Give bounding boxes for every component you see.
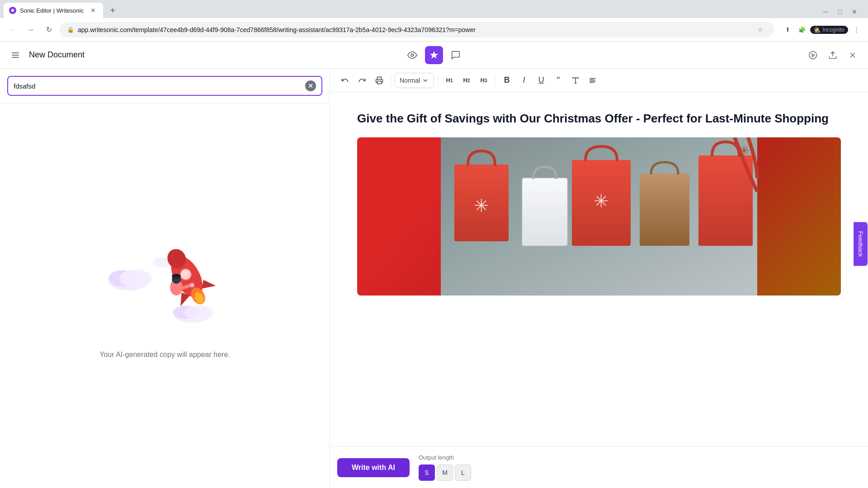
search-input[interactable] bbox=[14, 82, 302, 90]
underline-button[interactable]: U bbox=[533, 73, 549, 88]
toolbar-separator-3 bbox=[495, 75, 495, 86]
header-center-actions bbox=[403, 46, 465, 64]
url-text: app.writesonic.com/template/47cee4b9-d69… bbox=[78, 26, 750, 33]
size-large-button[interactable]: L bbox=[455, 465, 471, 481]
chat-button[interactable] bbox=[447, 46, 465, 64]
app-header: New Document bbox=[0, 42, 868, 69]
svg-point-4 bbox=[809, 51, 817, 59]
tab-close-button[interactable]: ✕ bbox=[89, 6, 98, 15]
tab-title: Sonic Editor | Writesonic bbox=[20, 7, 85, 14]
maximize-button[interactable]: □ bbox=[834, 5, 846, 18]
tab-bar: Sonic Editor | Writesonic ✕ + ─ □ ✕ bbox=[0, 0, 868, 18]
search-container: ✕ bbox=[0, 69, 330, 103]
shopping-image-svg: ✳ ✳ bbox=[357, 137, 841, 296]
right-panel: Normal H1 H2 H3 B I U " bbox=[330, 69, 868, 488]
output-length-section: Output length S M L bbox=[419, 454, 471, 481]
document-image: ✳ ✳ bbox=[357, 137, 841, 296]
write-with-ai-button[interactable]: Write with AI bbox=[337, 458, 410, 477]
bookmark-icon[interactable]: ☆ bbox=[754, 23, 767, 36]
output-length-label: Output length bbox=[419, 454, 471, 461]
share-icon[interactable]: ⬆ bbox=[781, 23, 794, 36]
forward-button[interactable]: → bbox=[24, 23, 38, 37]
svg-rect-39 bbox=[698, 155, 753, 246]
svg-marker-5 bbox=[812, 53, 814, 56]
h2-button[interactable]: H2 bbox=[459, 73, 474, 88]
svg-rect-2 bbox=[12, 57, 19, 58]
minimize-button[interactable]: ─ bbox=[819, 5, 832, 18]
rocket-illustration bbox=[93, 233, 237, 342]
svg-text:✳: ✳ bbox=[594, 191, 609, 211]
search-input-wrapper: ✕ bbox=[7, 76, 322, 96]
format-dropdown[interactable]: Normal bbox=[395, 73, 434, 88]
svg-point-23 bbox=[172, 274, 181, 278]
editor-bottom-bar: Write with AI Output length S M L bbox=[330, 446, 868, 488]
incognito-badge: 🕵 Incognito bbox=[810, 26, 848, 34]
svg-point-11 bbox=[120, 269, 151, 287]
print-button[interactable] bbox=[372, 73, 387, 88]
svg-point-3 bbox=[411, 54, 414, 56]
feedback-tab[interactable]: Feedback bbox=[854, 222, 868, 266]
size-medium-button[interactable]: M bbox=[437, 465, 453, 481]
menu-button[interactable]: ⋮ bbox=[850, 23, 863, 36]
text-format-button[interactable] bbox=[568, 73, 583, 88]
play-button[interactable] bbox=[805, 47, 821, 63]
preview-button[interactable] bbox=[403, 46, 421, 64]
main-content: ✕ bbox=[0, 69, 868, 488]
bold-button[interactable]: B bbox=[499, 73, 514, 88]
svg-point-24 bbox=[190, 283, 194, 287]
h3-button[interactable]: H3 bbox=[476, 73, 491, 88]
close-button[interactable] bbox=[844, 47, 861, 63]
empty-state: Your AI-generated copy will appear here. bbox=[0, 103, 330, 488]
quote-button[interactable]: " bbox=[551, 73, 566, 88]
editor-content[interactable]: Give the Gift of Savings with Our Christ… bbox=[330, 92, 868, 446]
back-button[interactable]: ← bbox=[5, 23, 20, 37]
extensions-icon[interactable]: 🧩 bbox=[796, 23, 808, 36]
svg-text:✳: ✳ bbox=[738, 143, 750, 158]
sidebar-toggle-button[interactable] bbox=[7, 47, 24, 63]
redo-button[interactable] bbox=[354, 73, 370, 88]
document-heading: Give the Gift of Savings with Our Christ… bbox=[357, 110, 841, 127]
active-tab[interactable]: Sonic Editor | Writesonic ✕ bbox=[4, 3, 103, 18]
editor-toolbar: Normal H1 H2 H3 B I U " bbox=[330, 69, 868, 92]
close-window-button[interactable]: ✕ bbox=[848, 5, 861, 18]
size-buttons: S M L bbox=[419, 465, 471, 481]
address-bar-row: ← → ↻ 🔒 app.writesonic.com/template/47ce… bbox=[0, 18, 868, 42]
svg-rect-0 bbox=[12, 52, 19, 53]
app-container: New Document bbox=[0, 42, 868, 488]
format-dropdown-label: Normal bbox=[400, 77, 420, 84]
svg-rect-35 bbox=[522, 178, 567, 246]
incognito-label: Incognito bbox=[822, 27, 844, 33]
header-right-actions bbox=[805, 47, 861, 63]
svg-rect-25 bbox=[377, 81, 382, 84]
left-panel: ✕ bbox=[0, 69, 330, 488]
italic-button[interactable]: I bbox=[516, 73, 532, 88]
empty-state-text: Your AI-generated copy will appear here. bbox=[99, 351, 230, 359]
tab-favicon bbox=[9, 7, 16, 14]
size-small-button[interactable]: S bbox=[419, 465, 435, 481]
incognito-icon: 🕵 bbox=[814, 27, 821, 33]
export-button[interactable] bbox=[825, 47, 841, 63]
svg-point-14 bbox=[184, 305, 213, 320]
search-clear-button[interactable]: ✕ bbox=[305, 80, 316, 91]
new-tab-button[interactable]: + bbox=[105, 3, 120, 18]
svg-text:✳: ✳ bbox=[474, 196, 489, 216]
svg-rect-38 bbox=[640, 174, 689, 246]
toolbar-separator-2 bbox=[438, 75, 438, 86]
address-bar[interactable]: 🔒 app.writesonic.com/template/47cee4b9-d… bbox=[60, 22, 774, 38]
lock-icon: 🔒 bbox=[67, 26, 74, 33]
undo-button[interactable] bbox=[337, 73, 353, 88]
write-ai-button[interactable] bbox=[425, 46, 443, 64]
svg-rect-1 bbox=[12, 55, 19, 56]
align-button[interactable] bbox=[585, 73, 600, 88]
h1-button[interactable]: H1 bbox=[442, 73, 457, 88]
toolbar-separator-1 bbox=[391, 75, 391, 86]
reload-button[interactable]: ↻ bbox=[42, 23, 56, 37]
